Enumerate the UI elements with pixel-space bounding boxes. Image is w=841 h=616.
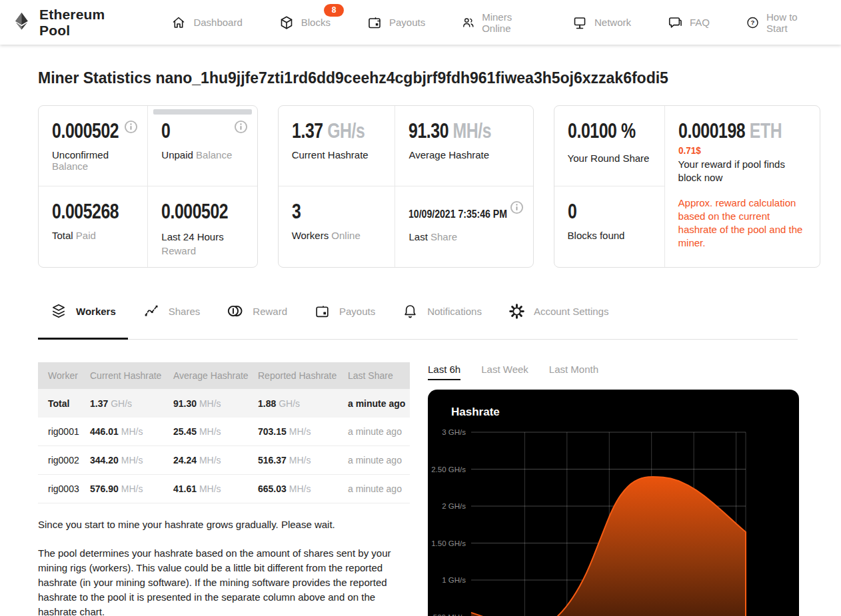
tab-label: Reward xyxy=(253,306,287,317)
tab-label: Workers xyxy=(76,306,116,317)
reward-note: Approx. reward calculation based on the … xyxy=(678,196,808,250)
cube-icon xyxy=(279,15,295,31)
stat-label: Unconfirmed Balance xyxy=(52,149,135,172)
coins-icon xyxy=(227,302,244,320)
svg-text:1.50 GH/s: 1.50 GH/s xyxy=(431,539,466,547)
tab-notifications[interactable]: Notifications xyxy=(390,283,494,339)
tab-label: Payouts xyxy=(339,306,375,317)
stat-last-24h-reward: 0.000502 Last 24 HoursReward xyxy=(148,186,257,267)
stat-unconfirmed-balance: 0.000502 Unconfirmed Balance xyxy=(39,106,148,186)
stat-label: Your Round Share xyxy=(568,153,652,164)
stat-value: 0.000502 xyxy=(161,200,228,224)
nav-item-faq[interactable]: FAQ xyxy=(667,15,710,31)
nav-item-miners-online[interactable]: Miners Online xyxy=(461,11,536,34)
stat-label: Blocks found xyxy=(568,230,652,241)
nav-item-blocks[interactable]: Blocks 8 xyxy=(279,15,331,31)
hashrate-hint-paragraph: Since you start to mine your hashrate gr… xyxy=(38,517,411,532)
stat-label: Unpaid Balance xyxy=(161,149,245,160)
workers-panel: Worker Current Hashrate Average Hashrate… xyxy=(38,340,410,616)
hashrate-card-group: 1.37 GH/s Current Hashrate 91.30 MH/s Av… xyxy=(278,105,534,268)
people-icon xyxy=(461,15,475,31)
table-row[interactable]: rig0003 576.90 MH/s 41.61 MH/s 665.03 MH… xyxy=(38,475,410,503)
gear-icon xyxy=(508,303,525,320)
svg-text:1 GH/s: 1 GH/s xyxy=(442,576,466,584)
stat-pool-reward: 0.000198 ETH 0.71$ Your reward if pool f… xyxy=(665,106,820,267)
unpaid-progress-bar xyxy=(153,109,251,115)
col-header-last-share: Last Share xyxy=(348,370,410,381)
chat-icon xyxy=(667,15,683,31)
stat-value: 3 xyxy=(292,200,301,224)
stat-value: 0.000198 ETH xyxy=(678,119,782,143)
nav-label: Network xyxy=(594,17,631,28)
reward-card-group: 0.0100 % Your Round Share 0.000198 ETH 0… xyxy=(554,105,820,268)
blocks-count-badge: 8 xyxy=(324,4,344,17)
tab-label: Notifications xyxy=(427,306,482,317)
info-icon[interactable] xyxy=(510,200,524,214)
svg-text:3 GH/s: 3 GH/s xyxy=(442,428,466,436)
nav-label: Dashboard xyxy=(193,17,242,28)
chart-title: Hashrate xyxy=(451,406,500,419)
wallet-icon xyxy=(314,303,331,320)
stat-workers-online: 3 Workers Online xyxy=(279,186,396,267)
stat-label: Average Hashrate xyxy=(409,149,520,160)
wallet-icon xyxy=(367,15,383,31)
stat-average-hashrate: 91.30 MH/s Average Hashrate xyxy=(395,106,532,186)
col-header-worker: Worker xyxy=(48,370,90,381)
hashrate-chart[interactable]: Hashrate 3 GH/s2.50 GH/s2 GH/s1.50 GH/s1… xyxy=(428,390,799,616)
tab-shares[interactable]: Shares xyxy=(131,283,213,339)
tab-payouts[interactable]: Payouts xyxy=(302,283,387,339)
table-row-total[interactable]: Total 1.37 GH/s 91.30 MH/s 1.88 GH/s a m… xyxy=(38,389,410,418)
table-row[interactable]: rig0001 446.01 MH/s 25.45 MH/s 703.15 MH… xyxy=(38,418,410,446)
stat-round-share: 0.0100 % Your Round Share xyxy=(554,106,665,186)
nav-label: Miners Online xyxy=(482,11,536,34)
stat-label: Total Paid xyxy=(52,230,135,241)
reward-label: Your reward if pool finds block now xyxy=(678,158,808,185)
tab-workers[interactable]: Workers xyxy=(38,283,128,339)
stat-total-paid: 0.005268 Total Paid xyxy=(39,186,148,267)
tab-reward[interactable]: Reward xyxy=(215,283,299,339)
stat-value: 1.37 GH/s xyxy=(292,119,365,143)
bell-icon xyxy=(402,303,419,320)
ethereum-logo-icon xyxy=(13,12,30,33)
brand[interactable]: Ethereum Pool xyxy=(13,7,136,39)
tab-account-settings[interactable]: Account Settings xyxy=(496,283,621,339)
table-row[interactable]: rig0002 344.20 MH/s 24.24 MH/s 516.37 MH… xyxy=(38,446,410,475)
stat-label: Workers Online xyxy=(292,230,383,241)
tab-label: Account Settings xyxy=(534,306,609,317)
stat-label: Last Share xyxy=(409,231,520,242)
info-icon[interactable] xyxy=(124,120,138,134)
nav-label: Blocks xyxy=(301,17,331,28)
svg-text:?: ? xyxy=(751,19,755,26)
hashrate-area-chart-svg: 3 GH/s2.50 GH/s2 GH/s1.50 GH/s1 GH/s500 … xyxy=(428,390,799,616)
nav-item-dashboard[interactable]: Dashboard xyxy=(171,15,242,31)
table-header-row: Worker Current Hashrate Average Hashrate… xyxy=(38,362,410,389)
nav-item-network[interactable]: Network xyxy=(572,15,631,31)
period-tab-last-6h[interactable]: Last 6h xyxy=(428,364,460,380)
col-header-current: Current Hashrate xyxy=(90,370,173,381)
brand-title: Ethereum Pool xyxy=(39,7,136,39)
period-tab-last-month[interactable]: Last Month xyxy=(549,364,598,380)
period-tab-last-week[interactable]: Last Week xyxy=(481,364,528,380)
nav-label: Payouts xyxy=(389,17,425,28)
svg-text:2.50 GH/s: 2.50 GH/s xyxy=(431,465,466,473)
stat-value: 0.000502 xyxy=(52,119,119,143)
stat-unpaid-balance: 0 Unpaid Balance xyxy=(148,106,257,186)
stat-value: 0.0100 % xyxy=(568,119,636,143)
last-share-timestamp: 10/09/2021 7:35:46 PM xyxy=(409,208,507,220)
tab-label: Shares xyxy=(169,306,201,317)
pool-explanation-paragraph: The pool determines your hashrate based … xyxy=(38,546,411,616)
svg-text:500 MH/s: 500 MH/s xyxy=(433,613,466,616)
chart-panel: Last 6h Last Week Last Month Hashrate 3 … xyxy=(428,340,799,616)
balance-card-group: 0.000502 Unconfirmed Balance 0 Unpaid Ba… xyxy=(38,105,258,268)
monitor-icon xyxy=(572,15,588,31)
reward-usd: 0.71$ xyxy=(678,145,701,156)
section-tabbar: Workers Shares Reward Payouts Notificati… xyxy=(38,283,798,340)
stat-value: 91.30 MH/s xyxy=(409,119,491,143)
nav-item-how-to-start[interactable]: ? How to Start xyxy=(746,11,814,34)
nav-item-payouts[interactable]: Payouts xyxy=(367,15,425,31)
info-icon[interactable] xyxy=(234,120,248,134)
shares-icon xyxy=(143,302,160,320)
col-header-reported: Reported Hashrate xyxy=(258,370,348,381)
stat-cards-row: 0.000502 Unconfirmed Balance 0 Unpaid Ba… xyxy=(38,105,798,268)
page-title: Miner Statistics nano_1hu9jjfe7zti1rd6dd… xyxy=(38,69,798,87)
